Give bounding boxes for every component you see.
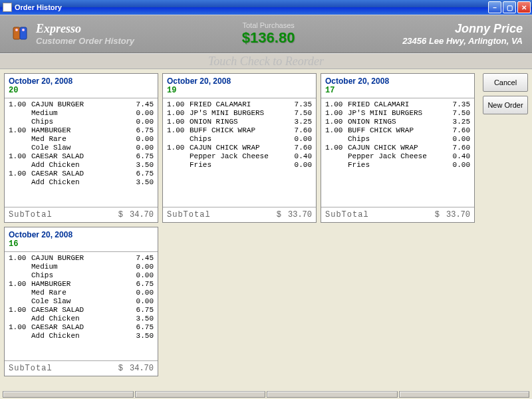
order-line-item: 1.00HAMBURGER6.75 — [9, 126, 154, 135]
order-subtotal: SubTotal$33.70 — [163, 207, 316, 222]
order-subtotal: SubTotal$34.70 — [5, 207, 158, 222]
order-line-item: 1.00BUFF CHICK WRAP7.60 — [325, 126, 470, 135]
order-line-modifier: Med Rare0.00 — [9, 289, 154, 297]
order-subtotal: SubTotal$33.70 — [321, 207, 474, 222]
cancel-button[interactable]: Cancel — [483, 73, 528, 92]
order-line-modifier: Chips0.00 — [325, 135, 470, 144]
customer-address: 23456 Lee Hwy, Arlington, VA — [402, 36, 523, 46]
brand-name: Expresso — [36, 22, 134, 36]
order-line-modifier: Pepper Jack Cheese0.40 — [167, 152, 312, 161]
order-lines: 1.00CAJUN BURGER7.45Medium0.00Chips0.001… — [5, 98, 158, 207]
order-number: 17 — [325, 86, 470, 95]
order-line-modifier: Medium0.00 — [9, 109, 154, 118]
instruction-text: Touch Check to Reorder — [0, 53, 532, 69]
status-bar — [3, 391, 529, 398]
minimize-button[interactable]: – — [488, 1, 501, 13]
orders-grid: October 20, 2008201.00CAJUN BURGER7.45Me… — [0, 69, 483, 388]
order-line-item: 1.00BUFF CHICK WRAP7.60 — [167, 126, 312, 135]
svg-point-2 — [15, 29, 18, 31]
order-line-item: 1.00ONION RINGS3.25 — [167, 118, 312, 126]
order-date: October 20, 2008 — [167, 76, 312, 86]
order-line-modifier: Chips0.00 — [167, 135, 312, 144]
order-line-item: 1.00FRIED CALAMARI7.35 — [167, 100, 312, 109]
order-number: 16 — [9, 239, 154, 249]
order-line-modifier: Fries0.00 — [325, 161, 470, 170]
order-line-item: 1.00JP'S MINI BURGERS7.50 — [325, 109, 470, 118]
close-button[interactable]: ✕ — [517, 1, 531, 13]
order-number: 19 — [167, 86, 312, 95]
order-lines: 1.00FRIED CALAMARI7.351.00JP'S MINI BURG… — [321, 98, 474, 207]
order-line-item: 1.00CAESAR SALAD6.75 — [9, 323, 154, 332]
order-lines: 1.00FRIED CALAMARI7.351.00JP'S MINI BURG… — [163, 98, 316, 207]
svg-point-3 — [22, 29, 25, 31]
order-line-item: 1.00JP'S MINI BURGERS7.50 — [167, 109, 312, 118]
order-number: 20 — [9, 86, 154, 95]
order-line-item: 1.00CAESAR SALAD6.75 — [9, 152, 154, 161]
order-lines: 1.00CAJUN BURGER7.45Medium0.00Chips0.001… — [5, 252, 158, 360]
brand-logo-icon — [9, 23, 31, 45]
order-line-modifier: Med Rare0.00 — [9, 135, 154, 144]
order-date: October 20, 2008 — [325, 76, 470, 86]
order-line-modifier: Cole Slaw0.00 — [9, 297, 154, 306]
header: Expresso Customer Order History Total Pu… — [0, 15, 532, 53]
order-line-item: 1.00HAMBURGER6.75 — [9, 280, 154, 289]
order-line-item: 1.00CAJUN CHICK WRAP7.60 — [325, 144, 470, 152]
order-date: October 20, 2008 — [9, 230, 154, 239]
order-line-modifier: Fries0.00 — [167, 161, 312, 170]
new-order-button[interactable]: New Order — [483, 96, 528, 114]
order-line-item: 1.00ONION RINGS3.25 — [325, 118, 470, 126]
order-card[interactable]: October 20, 2008191.00FRIED CALAMARI7.35… — [162, 73, 317, 223]
order-line-item: 1.00FRIED CALAMARI7.35 — [325, 100, 470, 109]
app-icon — [3, 3, 12, 12]
total-purchases-amount: $136.80 — [134, 29, 402, 47]
order-line-item: 1.00CAESAR SALAD6.75 — [9, 306, 154, 315]
order-line-modifier: Add Chicken3.50 — [9, 332, 154, 340]
order-line-modifier: Medium0.00 — [9, 263, 154, 271]
order-card[interactable]: October 20, 2008161.00CAJUN BURGER7.45Me… — [4, 227, 158, 376]
order-line-item: 1.00CAJUN BURGER7.45 — [9, 254, 154, 263]
window-titlebar: Order History – ▢ ✕ — [0, 0, 532, 15]
order-line-modifier: Add Chicken3.50 — [9, 178, 154, 187]
order-line-item: 1.00CAJUN BURGER7.45 — [9, 100, 154, 109]
page-subtitle: Customer Order History — [36, 36, 134, 46]
order-line-modifier: Pepper Jack Cheese0.40 — [325, 152, 470, 161]
order-line-modifier: Cole Slaw0.00 — [9, 144, 154, 152]
maximize-button[interactable]: ▢ — [503, 1, 516, 13]
order-card[interactable]: October 20, 2008201.00CAJUN BURGER7.45Me… — [4, 73, 158, 223]
window-title: Order History — [15, 3, 488, 11]
order-date: October 20, 2008 — [9, 76, 154, 86]
total-purchases-label: Total Purchases — [134, 21, 402, 29]
order-line-item: 1.00CAJUN CHICK WRAP7.60 — [167, 144, 312, 152]
order-line-modifier: Add Chicken3.50 — [9, 315, 154, 323]
order-card[interactable]: October 20, 2008171.00FRIED CALAMARI7.35… — [321, 73, 475, 223]
order-line-modifier: Chips0.00 — [9, 118, 154, 126]
order-line-item: 1.00CAESAR SALAD6.75 — [9, 170, 154, 178]
order-subtotal: SubTotal$34.70 — [5, 360, 158, 376]
order-line-modifier: Add Chicken3.50 — [9, 161, 154, 170]
customer-name: Jonny Price — [402, 22, 523, 36]
order-line-modifier: Chips0.00 — [9, 271, 154, 280]
